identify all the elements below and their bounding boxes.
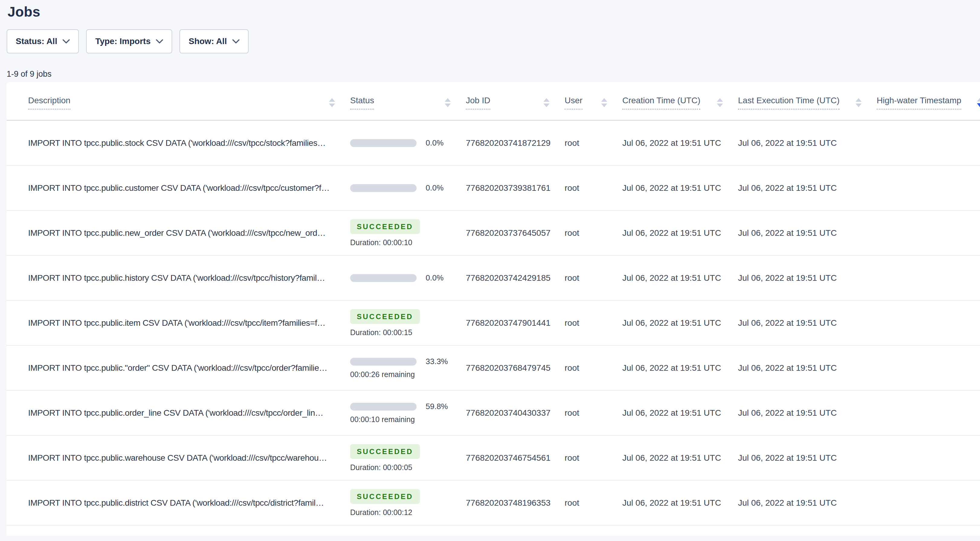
job-creation-time-cell: Jul 06, 2022 at 19:51 UTC [622, 228, 738, 238]
job-description-link[interactable]: IMPORT INTO tpcc.public.customer CSV DAT… [28, 183, 350, 193]
status-badge-line: SUCCEEDED [350, 309, 420, 324]
status-subtext: 00:00:10 remaining [350, 415, 415, 424]
column-header-label[interactable]: User [565, 96, 582, 109]
sort-arrows-icon[interactable] [445, 98, 451, 107]
status-badge-line: SUCCEEDED [350, 444, 420, 459]
jobs-table-card: Description Status Job ID User Creation … [6, 82, 980, 536]
column-header: User [565, 96, 622, 109]
column-header-label[interactable]: Job ID [466, 96, 490, 109]
job-creation-time-cell: Jul 06, 2022 at 19:51 UTC [622, 408, 738, 418]
sort-arrows-icon[interactable] [977, 97, 980, 108]
status-subtext: 00:00:26 remaining [350, 370, 415, 379]
sort-down-icon [544, 103, 549, 107]
job-user-cell: root [565, 273, 622, 283]
progress-percent: 0.0% [426, 273, 444, 282]
job-user-cell: root [565, 453, 622, 463]
jobs-count: 1-9 of 9 jobs [6, 69, 980, 79]
job-creation-time-cell: Jul 06, 2022 at 19:51 UTC [622, 273, 738, 283]
job-id-cell: 776820203741872129 [466, 138, 565, 148]
status-badge-line: SUCCEEDED [350, 219, 420, 234]
job-last-execution-time-cell: Jul 06, 2022 at 19:51 UTC [738, 453, 877, 463]
job-id-cell: 776820203740430337 [466, 408, 565, 418]
job-row: IMPORT INTO tpcc.public.customer CSV DAT… [6, 166, 980, 211]
job-id-cell: 776820203746754561 [466, 453, 565, 463]
status-subtext: Duration: 00:00:05 [350, 463, 412, 472]
job-status-cell: 0.0% [350, 273, 466, 282]
job-description-link[interactable]: IMPORT INTO tpcc.public.item CSV DATA ('… [28, 318, 350, 328]
job-user-cell: root [565, 183, 622, 193]
status-subtext: Duration: 00:00:10 [350, 238, 412, 247]
sort-up-icon [544, 98, 549, 102]
progress-track [350, 403, 417, 411]
sort-arrows-icon[interactable] [544, 98, 549, 107]
status-badge: SUCCEEDED [350, 309, 420, 324]
sort-up-icon [445, 98, 451, 102]
chevron-down-icon [156, 39, 163, 44]
job-row: IMPORT INTO tpcc.public.district CSV DAT… [6, 481, 980, 526]
sort-arrows-icon[interactable] [601, 98, 607, 107]
progress-track [350, 184, 417, 192]
table-header-row: Description Status Job ID User Creation … [6, 82, 980, 121]
column-header-label[interactable]: Creation Time (UTC) [622, 96, 700, 109]
status-subtext: Duration: 00:00:12 [350, 508, 412, 517]
sort-down-icon [977, 103, 980, 108]
job-row: IMPORT INTO tpcc.public.order_line CSV D… [6, 391, 980, 436]
column-header-label[interactable]: Status [350, 96, 374, 109]
column-header-label[interactable]: High-water Timestamp [877, 96, 961, 109]
type-filter-dropdown[interactable]: Type: Imports [86, 29, 172, 54]
progress-bar: 0.0% [350, 273, 444, 282]
job-status-cell: SUCCEEDED Duration: 00:00:05 [350, 444, 466, 472]
progress-percent: 33.3% [426, 357, 448, 366]
sort-arrows-icon[interactable] [329, 98, 335, 107]
job-description-link[interactable]: IMPORT INTO tpcc.public.stock CSV DATA (… [28, 138, 350, 148]
job-description-link[interactable]: IMPORT INTO tpcc.public.history CSV DATA… [28, 273, 350, 283]
status-badge-line: SUCCEEDED [350, 489, 420, 504]
progress-bar: 33.3% [350, 357, 448, 366]
job-description-link[interactable]: IMPORT INTO tpcc.public.warehouse CSV DA… [28, 453, 350, 463]
job-id-cell: 776820203739381761 [466, 183, 565, 193]
job-row: IMPORT INTO tpcc.public.warehouse CSV DA… [6, 436, 980, 481]
job-last-execution-time-cell: Jul 06, 2022 at 19:51 UTC [738, 498, 877, 508]
job-description-link[interactable]: IMPORT INTO tpcc.public.new_order CSV DA… [28, 228, 350, 238]
column-header: Description [28, 96, 350, 109]
type-filter-label: Type: Imports [95, 36, 150, 46]
status-filter-label: Status: All [16, 36, 57, 46]
progress-percent: 0.0% [426, 183, 444, 193]
sort-up-icon [717, 98, 723, 102]
job-description-link[interactable]: IMPORT INTO tpcc.public."order" CSV DATA… [28, 363, 350, 373]
column-header: Job ID [466, 96, 565, 109]
job-user-cell: root [565, 408, 622, 418]
status-badge: SUCCEEDED [350, 489, 420, 504]
job-creation-time-cell: Jul 06, 2022 at 19:51 UTC [622, 498, 738, 508]
show-filter-dropdown[interactable]: Show: All [180, 29, 249, 54]
sort-up-icon [856, 98, 862, 102]
column-header: Status [350, 96, 466, 109]
sort-down-icon [601, 103, 607, 107]
job-user-cell: root [565, 498, 622, 508]
job-id-cell: 776820203742429185 [466, 273, 565, 283]
sort-arrows-icon[interactable] [717, 98, 723, 107]
status-subtext: Duration: 00:00:15 [350, 328, 412, 337]
status-filter-dropdown[interactable]: Status: All [6, 29, 79, 54]
sort-arrows-icon[interactable] [856, 98, 862, 107]
column-header-label[interactable]: Last Execution Time (UTC) [738, 96, 840, 109]
sort-up-icon [977, 97, 980, 102]
job-last-execution-time-cell: Jul 06, 2022 at 19:51 UTC [738, 363, 877, 373]
sort-down-icon [329, 103, 335, 107]
job-last-execution-time-cell: Jul 06, 2022 at 19:51 UTC [738, 138, 877, 148]
job-status-cell: 0.0% [350, 138, 466, 148]
progress-bar: 59.8% [350, 402, 448, 411]
status-badge: SUCCEEDED [350, 219, 420, 234]
sort-down-icon [445, 103, 451, 107]
progress-track [350, 274, 417, 282]
sort-up-icon [601, 98, 607, 102]
job-creation-time-cell: Jul 06, 2022 at 19:51 UTC [622, 453, 738, 463]
column-header-label[interactable]: Description [28, 96, 70, 109]
page-title: Jobs [8, 4, 980, 20]
job-description-link[interactable]: IMPORT INTO tpcc.public.order_line CSV D… [28, 408, 350, 418]
job-row: IMPORT INTO tpcc.public.history CSV DATA… [6, 256, 980, 301]
job-description-link[interactable]: IMPORT INTO tpcc.public.district CSV DAT… [28, 498, 350, 508]
column-header: High-water Timestamp [877, 96, 980, 109]
job-id-cell: 776820203747901441 [466, 318, 565, 328]
sort-down-icon [856, 103, 862, 107]
